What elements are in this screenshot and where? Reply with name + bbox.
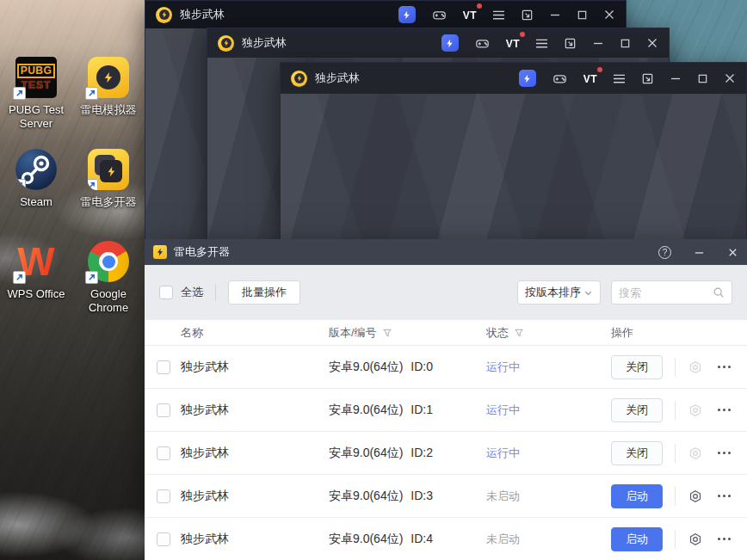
- manager-window-title: 雷电多开器: [174, 244, 230, 260]
- menu-icon[interactable]: [613, 73, 626, 84]
- sort-dropdown-label: 按版本排序: [525, 285, 583, 300]
- settings-gear-icon[interactable]: [688, 489, 703, 504]
- resize-corner-icon[interactable]: [521, 9, 534, 22]
- search-input[interactable]: [619, 286, 713, 299]
- header-action: 操作: [611, 325, 633, 341]
- help-icon[interactable]: ?: [658, 246, 671, 259]
- close-button[interactable]: [724, 72, 736, 84]
- action-divider: [675, 401, 676, 420]
- android-version: 安卓9.0(64位): [329, 360, 403, 375]
- minimize-button[interactable]: [670, 72, 682, 84]
- gamepad-icon[interactable]: [474, 35, 491, 52]
- select-all-checkbox[interactable]: [159, 286, 173, 299]
- table-header: 名称 版本/编号 状态 操作: [145, 320, 747, 346]
- gamepad-icon[interactable]: [552, 71, 568, 87]
- close-button[interactable]: [646, 37, 658, 49]
- instance-id: ID:0: [411, 360, 433, 375]
- menu-icon[interactable]: [492, 9, 505, 21]
- emulator-window-title: 独步武林: [242, 35, 287, 51]
- sort-dropdown[interactable]: 按版本排序: [517, 280, 601, 305]
- instance-name: 独步武林: [181, 446, 329, 461]
- emulator-window: 独步武林 VT: [280, 62, 747, 239]
- maximize-button[interactable]: [697, 73, 708, 84]
- desktop-icon-google-chrome[interactable]: Google Chrome: [72, 234, 145, 326]
- boost-icon[interactable]: [441, 34, 459, 52]
- steam-icon: [15, 149, 57, 190]
- vt-badge[interactable]: VT: [506, 35, 520, 51]
- android-version: 安卓9.0(64位): [329, 489, 403, 504]
- minimize-button[interactable]: [694, 247, 705, 258]
- row-checkbox[interactable]: [157, 489, 170, 503]
- emulator-titlebar: 独步武林 VT: [281, 63, 746, 94]
- settings-gear-icon[interactable]: [688, 360, 703, 375]
- multi-instance-manager-window: 雷电多开器 ? 全选 批量操作 按版本排序 名称: [145, 239, 747, 560]
- close-button[interactable]: [727, 247, 738, 258]
- instance-status: 未启动: [486, 489, 611, 504]
- desktop-icon-pubg-test-server[interactable]: PUBG TEST PUBG Test Server: [0, 50, 72, 142]
- desktop-icon-ld-multi[interactable]: 雷电多开器: [72, 142, 145, 234]
- more-options-icon[interactable]: [718, 534, 731, 544]
- instance-row: 独步武林 安卓9.0(64位) ID:0 运行中 关闭: [145, 346, 747, 389]
- instance-id: ID:4: [411, 532, 433, 547]
- row-checkbox[interactable]: [157, 532, 170, 546]
- instance-version: 安卓9.0(64位) ID:0: [329, 360, 486, 375]
- settings-gear-icon[interactable]: [688, 403, 703, 418]
- more-options-icon[interactable]: [718, 491, 731, 501]
- notification-dot: [597, 67, 602, 72]
- row-checkbox[interactable]: [157, 403, 170, 417]
- instance-version: 安卓9.0(64位) ID:1: [329, 403, 486, 418]
- pubg-icon: PUBG TEST: [15, 57, 57, 98]
- header-name: 名称: [181, 325, 329, 341]
- vt-badge[interactable]: VT: [463, 7, 477, 22]
- desktop-icon-wps-office[interactable]: W WPS Office: [0, 234, 72, 326]
- close-button[interactable]: [603, 9, 615, 21]
- more-options-icon[interactable]: [718, 405, 731, 415]
- android-version: 安卓9.0(64位): [329, 403, 403, 418]
- ld-multi-logo-icon: [153, 245, 167, 259]
- desktop-icon-ld-emulator[interactable]: 雷电模拟器: [72, 50, 145, 142]
- more-options-icon[interactable]: [718, 362, 731, 372]
- desktop-icon-steam[interactable]: Steam: [0, 142, 72, 234]
- start-stop-button[interactable]: 关闭: [611, 398, 663, 422]
- settings-gear-icon[interactable]: [688, 532, 703, 547]
- emulator-titlebar-actions: VT: [519, 70, 736, 87]
- menu-icon[interactable]: [535, 38, 548, 49]
- maximize-button[interactable]: [577, 9, 588, 21]
- maximize-button[interactable]: [620, 38, 631, 49]
- start-stop-button[interactable]: 启动: [611, 527, 663, 551]
- header-version: 版本/编号: [329, 325, 486, 341]
- instance-name: 独步武林: [181, 532, 329, 547]
- emulator-titlebar-actions: VT: [398, 6, 615, 23]
- shortcut-arrow-icon: [88, 179, 98, 190]
- desktop-icon-label: WPS Office: [8, 287, 65, 301]
- instance-version: 安卓9.0(64位) ID:4: [329, 532, 486, 547]
- gamepad-icon[interactable]: [431, 7, 448, 23]
- ldplayer-logo-icon: [156, 7, 172, 23]
- filter-icon[interactable]: [514, 328, 524, 338]
- vt-badge[interactable]: VT: [583, 71, 597, 86]
- minimize-button[interactable]: [592, 37, 604, 49]
- start-stop-button[interactable]: 启动: [611, 484, 663, 508]
- settings-gear-icon[interactable]: [688, 446, 703, 461]
- emulator-screen: [281, 94, 746, 240]
- toolbar-divider: [215, 285, 216, 300]
- resize-corner-icon[interactable]: [641, 72, 654, 85]
- filter-icon[interactable]: [382, 328, 392, 338]
- row-checkbox[interactable]: [157, 446, 170, 460]
- desktop-icon-label: 雷电多开器: [81, 195, 137, 209]
- boost-icon[interactable]: [398, 6, 416, 23]
- boost-icon[interactable]: [519, 70, 536, 87]
- row-checkbox[interactable]: [157, 360, 170, 374]
- batch-operation-button[interactable]: 批量操作: [228, 280, 300, 305]
- emulator-window-title: 独步武林: [180, 7, 225, 22]
- instance-status: 运行中: [486, 360, 611, 375]
- minimize-button[interactable]: [549, 9, 561, 21]
- instance-version: 安卓9.0(64位) ID:3: [329, 489, 486, 504]
- more-options-icon[interactable]: [718, 448, 731, 458]
- android-version: 安卓9.0(64位): [329, 446, 403, 461]
- resize-corner-icon[interactable]: [564, 37, 577, 50]
- instance-name: 独步武林: [181, 360, 329, 375]
- start-stop-button[interactable]: 关闭: [611, 355, 663, 379]
- android-version: 安卓9.0(64位): [329, 532, 403, 547]
- start-stop-button[interactable]: 关闭: [611, 441, 663, 465]
